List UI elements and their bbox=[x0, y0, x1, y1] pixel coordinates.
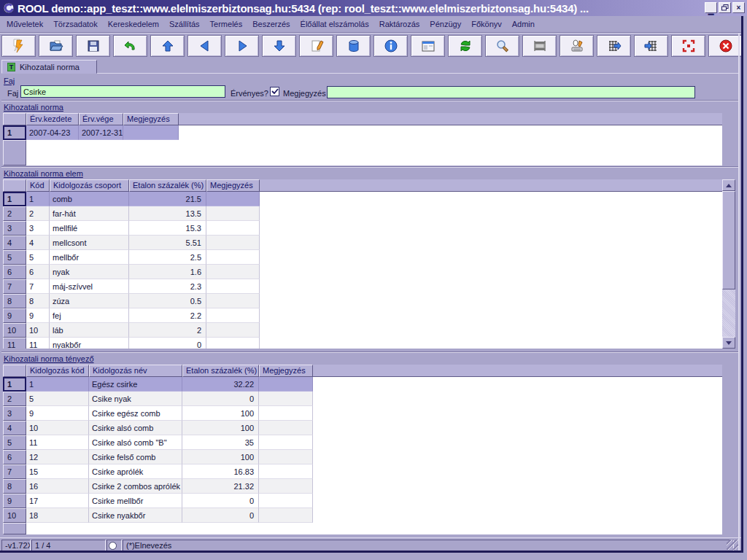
row-number[interactable]: 2 bbox=[3, 392, 26, 406]
menu-item-muveletek[interactable]: Műveletek bbox=[1, 18, 48, 31]
undo-button[interactable] bbox=[113, 35, 147, 57]
resize-grip[interactable] bbox=[727, 540, 739, 550]
cell-megjegyzes[interactable] bbox=[206, 308, 260, 323]
cell-szazalek[interactable]: 0 bbox=[182, 392, 259, 406]
edit-button[interactable] bbox=[299, 35, 333, 57]
cell-csoport[interactable]: mellbőr bbox=[50, 250, 129, 265]
restore-button[interactable] bbox=[719, 2, 731, 13]
row-number[interactable]: 9 bbox=[3, 494, 26, 508]
cell-nev[interactable]: Csirke mellbőr bbox=[89, 494, 182, 508]
cell-megjegyzes[interactable] bbox=[206, 236, 260, 250]
form-window-button[interactable] bbox=[411, 35, 445, 57]
cell-szazalek[interactable]: 15.3 bbox=[129, 221, 206, 236]
row-number[interactable]: 1 bbox=[3, 192, 26, 206]
cell-csoport[interactable]: nyakbőr bbox=[50, 338, 129, 349]
table-row[interactable]: 9 9 fej 2.2 bbox=[3, 308, 735, 323]
cell-szazalek[interactable]: 2 bbox=[129, 323, 206, 338]
cell-megjegyzes[interactable] bbox=[259, 464, 313, 479]
export-grid-button[interactable] bbox=[597, 35, 631, 57]
row-number[interactable]: 6 bbox=[3, 265, 26, 279]
cell-kod[interactable]: 15 bbox=[26, 464, 89, 479]
cell-kod[interactable]: 11 bbox=[26, 435, 89, 450]
table-row[interactable]: 6 12 Csirke felső comb 100 bbox=[3, 450, 722, 464]
cell-kod[interactable]: 11 bbox=[26, 338, 50, 349]
table-row[interactable]: 10 10 láb 2 bbox=[3, 323, 735, 338]
row-number[interactable]: 10 bbox=[3, 508, 26, 523]
cell-szazalek[interactable]: 2.3 bbox=[129, 279, 206, 294]
header-kod[interactable]: Kód bbox=[26, 179, 50, 192]
page-setup-button[interactable] bbox=[522, 35, 557, 57]
cell-megjegyzes[interactable] bbox=[206, 279, 260, 294]
row-number[interactable]: 6 bbox=[3, 450, 26, 464]
next-record-button[interactable] bbox=[225, 35, 259, 57]
open-button[interactable] bbox=[39, 35, 73, 57]
cell-nev[interactable]: Csirke 2 combos aprólék bbox=[89, 479, 182, 494]
cell-kod[interactable]: 9 bbox=[26, 308, 50, 323]
cell-kod[interactable]: 9 bbox=[26, 406, 89, 421]
table-row[interactable]: 2 5 Csike nyak 0 bbox=[3, 392, 722, 406]
header-erv-vege[interactable]: Érv.vége bbox=[79, 113, 123, 125]
cell-nev[interactable]: Csirke felső comb bbox=[89, 450, 182, 464]
row-number[interactable]: 11 bbox=[3, 338, 26, 349]
cell-megjegyzes[interactable] bbox=[259, 377, 313, 392]
scroll-up-button[interactable] bbox=[722, 179, 735, 191]
table-row[interactable]: 1 2007-04-23 2007-12-31 bbox=[3, 125, 722, 140]
cell-megjegyzes[interactable] bbox=[206, 338, 260, 349]
row-number[interactable]: 10 bbox=[3, 323, 26, 338]
cell-megjegyzes[interactable] bbox=[206, 206, 260, 221]
cell-kod[interactable]: 5 bbox=[26, 250, 50, 265]
menu-item-kereskedelem[interactable]: Kereskedelem bbox=[103, 18, 164, 31]
import-grid-button[interactable] bbox=[634, 35, 668, 57]
cell-nev[interactable]: Csike nyak bbox=[89, 392, 182, 406]
menu-item-fokonyv[interactable]: Főkönyv bbox=[466, 18, 507, 31]
cell-megjegyzes[interactable] bbox=[259, 392, 313, 406]
cell-megjegyzes[interactable] bbox=[259, 421, 313, 435]
cell-kod[interactable]: 5 bbox=[26, 392, 89, 406]
cell-szazalek[interactable]: 2.5 bbox=[129, 250, 206, 265]
status-radio-icon[interactable] bbox=[109, 542, 117, 550]
cell-kod[interactable]: 17 bbox=[26, 494, 89, 508]
exit-button[interactable] bbox=[708, 35, 743, 57]
cell-szazalek[interactable]: 5.51 bbox=[129, 236, 206, 250]
table-row[interactable]: 5 11 Csirke alsó comb "B" 35 bbox=[3, 435, 722, 450]
table-row[interactable]: 10 18 Csirke nyakbőr 0 bbox=[3, 508, 722, 523]
header-erv-kezdete[interactable]: Érv.kezdete bbox=[26, 113, 79, 125]
minimize-button[interactable]: ▁ bbox=[705, 2, 717, 13]
search-button[interactable] bbox=[485, 35, 519, 57]
menu-item-szallitas[interactable]: Szállítás bbox=[164, 18, 205, 31]
cell-csoport[interactable]: nyak bbox=[50, 265, 129, 279]
cell-megjegyzes[interactable] bbox=[206, 250, 260, 265]
header-kidolgozas-kod[interactable]: Kidolgozás kód bbox=[26, 365, 89, 377]
cell-megjegyzes[interactable] bbox=[259, 406, 313, 421]
row-number[interactable]: 8 bbox=[3, 479, 26, 494]
menu-item-raktarozas[interactable]: Raktározás bbox=[374, 18, 425, 31]
table-row[interactable]: 7 15 Csirke aprólék 16.83 bbox=[3, 464, 722, 479]
cell-szazalek[interactable]: 100 bbox=[182, 421, 259, 435]
cell-szazalek[interactable]: 0 bbox=[182, 494, 259, 508]
header-megjegyzes[interactable]: Megjegyzés bbox=[259, 365, 313, 377]
cell-kod[interactable]: 7 bbox=[26, 279, 50, 294]
cell-csoport[interactable]: láb bbox=[50, 323, 129, 338]
cell-csoport[interactable]: fej bbox=[50, 308, 129, 323]
cell-szazalek[interactable]: 32.22 bbox=[182, 377, 259, 392]
header-szazalek[interactable]: Etalon százalék (%) bbox=[129, 179, 206, 192]
cell-kod[interactable]: 16 bbox=[26, 479, 89, 494]
cell-kod[interactable]: 1 bbox=[26, 192, 50, 206]
row-number[interactable]: 7 bbox=[3, 464, 26, 479]
cell-megjegyzes[interactable] bbox=[259, 494, 313, 508]
cell-kod[interactable]: 3 bbox=[26, 221, 50, 236]
cell-szazalek[interactable]: 21.5 bbox=[129, 192, 206, 206]
table-row[interactable]: 4 4 mellcsont 5.51 bbox=[3, 236, 735, 250]
cell-nev[interactable]: Csirke alsó comb "B" bbox=[89, 435, 182, 450]
menu-item-torzsadatok[interactable]: Törzsadatok bbox=[48, 18, 103, 31]
row-number[interactable]: 3 bbox=[3, 221, 26, 236]
table-row[interactable]: 1 1 comb 21.5 bbox=[3, 192, 735, 206]
row-number[interactable]: 5 bbox=[3, 250, 26, 265]
table-row[interactable]: 6 6 nyak 1.6 bbox=[3, 265, 735, 279]
cell-kod[interactable]: 2 bbox=[26, 206, 50, 221]
row-number[interactable]: 5 bbox=[3, 435, 26, 450]
cell-kod[interactable]: 12 bbox=[26, 450, 89, 464]
cell-szazalek[interactable]: 16.83 bbox=[182, 464, 259, 479]
cell-szazalek[interactable]: 1.6 bbox=[129, 265, 206, 279]
prev-record-button[interactable] bbox=[187, 35, 222, 57]
